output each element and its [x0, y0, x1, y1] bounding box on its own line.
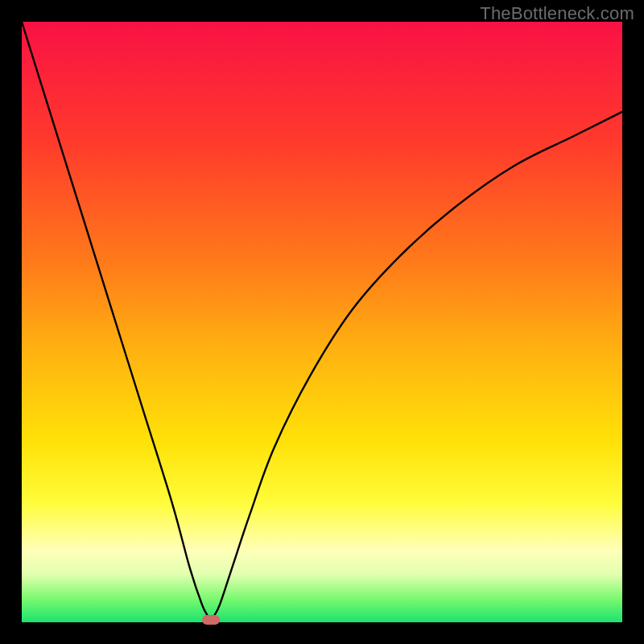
plot-area: [22, 22, 622, 622]
minimum-marker: [202, 615, 220, 625]
bottleneck-curve: [22, 22, 622, 622]
watermark-text: TheBottleneck.com: [480, 3, 634, 24]
curve-svg: [22, 22, 622, 622]
chart-frame: TheBottleneck.com: [0, 0, 644, 644]
